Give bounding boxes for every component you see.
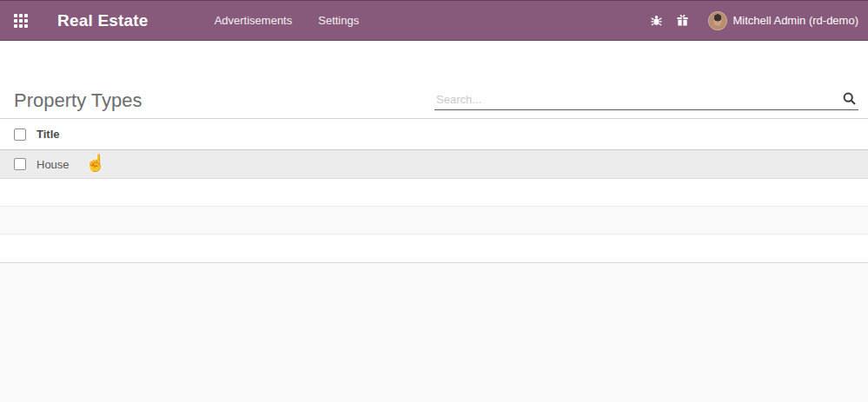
row-title-cell: House: [36, 158, 70, 171]
bug-icon: [650, 14, 663, 27]
empty-row: [0, 207, 868, 234]
search-input[interactable]: Search...: [434, 89, 858, 110]
main-menu: Advertisements Settings: [211, 2, 363, 39]
hand-pointer-cursor: ☝: [85, 153, 106, 173]
empty-row: [0, 179, 868, 207]
content-background: [0, 262, 868, 402]
apps-menu-button[interactable]: [14, 14, 28, 28]
navbar-right: Mitchell Admin (rd-demo): [644, 11, 859, 30]
column-header-title[interactable]: Title: [36, 128, 60, 141]
empty-row: [0, 234, 868, 262]
select-all-checkbox[interactable]: [14, 129, 26, 141]
app-brand[interactable]: Real Estate: [57, 11, 149, 30]
gift-icon[interactable]: [670, 14, 696, 27]
menu-item-settings[interactable]: Settings: [315, 2, 362, 39]
user-menu[interactable]: Mitchell Admin (rd-demo): [733, 14, 859, 27]
search-icon[interactable]: [842, 91, 857, 109]
control-panel: Property Types Search... CREATE Filters …: [0, 41, 868, 118]
apps-grid-icon: [14, 14, 28, 28]
list-row-house[interactable]: House ☝: [0, 150, 868, 179]
list-view: Title House ☝: [0, 118, 868, 262]
row-checkbox[interactable]: [14, 158, 26, 170]
menu-item-advertisements[interactable]: Advertisements: [211, 2, 296, 39]
top-navbar: Real Estate Advertisements Settings Mitc…: [0, 1, 868, 41]
search-placeholder: Search...: [436, 93, 481, 106]
user-avatar[interactable]: [708, 11, 727, 30]
list-header-row: Title: [0, 118, 868, 150]
gift-box-icon: [676, 14, 689, 27]
page-title: Property Types: [14, 89, 142, 112]
debug-bug-icon[interactable]: [644, 14, 670, 27]
